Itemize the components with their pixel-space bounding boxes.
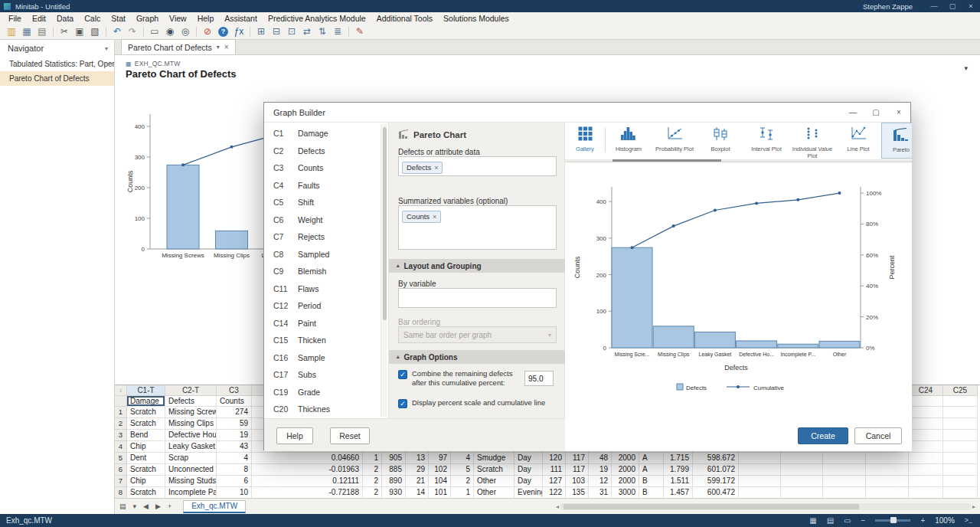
- cancel-command-icon[interactable]: ⊘: [200, 25, 215, 39]
- split-view-icon[interactable]: ⊡: [284, 25, 299, 39]
- cell[interactable]: [866, 453, 909, 464]
- column-c12[interactable]: C12Period: [264, 297, 388, 315]
- column-header-c2-t[interactable]: C2-T: [165, 385, 217, 396]
- scrollbar-thumb[interactable]: [564, 504, 859, 509]
- counts-chip[interactable]: Counts ×: [402, 211, 441, 223]
- menu-calc[interactable]: Calc: [79, 14, 106, 23]
- cell[interactable]: [909, 418, 943, 430]
- column-c17[interactable]: C17Subs: [264, 366, 388, 384]
- cell[interactable]: [781, 453, 823, 464]
- row-number-3[interactable]: 3: [115, 430, 127, 441]
- prev-worksheet-icon[interactable]: ◀: [143, 502, 149, 510]
- defects-chip[interactable]: Defects ×: [402, 162, 443, 174]
- cell[interactable]: [909, 453, 943, 464]
- percent-scale-checkbox[interactable]: ✓: [398, 399, 407, 408]
- cell[interactable]: Day: [514, 464, 543, 476]
- cell[interactable]: Leaky Gasket: [165, 441, 217, 453]
- cell[interactable]: 103: [566, 476, 589, 487]
- cell[interactable]: [943, 430, 978, 441]
- cell[interactable]: 6: [217, 476, 252, 487]
- output-collapse-icon[interactable]: ▾: [964, 64, 968, 72]
- find-next-icon[interactable]: ◎: [178, 25, 193, 39]
- cell[interactable]: [943, 476, 978, 487]
- zoom-slider[interactable]: [875, 519, 910, 522]
- dialog-maximize-button[interactable]: ▢: [864, 108, 887, 116]
- cell[interactable]: 2: [451, 476, 474, 487]
- worksheet-tab-exh-qc[interactable]: Exh_qc.MTW: [183, 500, 246, 513]
- edit-last-dialog-icon[interactable]: ✎: [352, 25, 368, 39]
- cell[interactable]: 2: [363, 464, 382, 476]
- navigator-item-pareto-chart-of-defects[interactable]: Pareto Chart of Defects: [0, 71, 114, 86]
- worksheet-menu-icon[interactable]: ▤: [119, 502, 126, 510]
- row-number-4[interactable]: 4: [115, 441, 127, 453]
- row-number-1[interactable]: 1: [115, 407, 127, 418]
- cell[interactable]: 905: [382, 453, 406, 464]
- insert-function-icon[interactable]: ƒx: [231, 25, 247, 39]
- zoom-level[interactable]: 100%: [935, 516, 955, 525]
- column-c15[interactable]: C15Thicken: [264, 332, 388, 349]
- tab-pareto-chart-of-defects[interactable]: Pareto Chart of Defects ▾ ×: [121, 39, 236, 54]
- cell[interactable]: [823, 476, 866, 487]
- cell[interactable]: 2: [363, 487, 382, 498]
- cell[interactable]: 2: [363, 476, 382, 487]
- zoom-out-icon[interactable]: −: [861, 516, 866, 525]
- cell[interactable]: 14: [406, 487, 429, 498]
- cell[interactable]: 0.04660: [252, 453, 363, 464]
- cell[interactable]: [781, 487, 823, 498]
- column-c5[interactable]: C5Shift: [264, 194, 388, 211]
- column-c9[interactable]: C9Blemish: [264, 263, 388, 280]
- cell[interactable]: 2000: [612, 476, 639, 487]
- add-worksheet-icon[interactable]: +: [168, 502, 172, 510]
- column-c19[interactable]: C19Grade: [264, 384, 388, 401]
- dialog-close-button[interactable]: ×: [887, 108, 910, 116]
- cell[interactable]: 8: [217, 464, 252, 476]
- cell[interactable]: 12: [589, 476, 612, 487]
- reset-button[interactable]: Reset: [330, 427, 370, 444]
- cell[interactable]: 4: [217, 453, 252, 464]
- cell[interactable]: 1: [451, 487, 474, 498]
- menu-assistant[interactable]: Assistant: [219, 14, 263, 23]
- undo-icon[interactable]: ↶: [109, 25, 125, 39]
- cell[interactable]: [943, 418, 978, 430]
- defects-field[interactable]: Defects ×: [398, 156, 557, 176]
- gallery-item-line-plot[interactable]: Line Plot: [835, 123, 881, 159]
- cell[interactable]: -0.72188: [252, 487, 363, 498]
- zoom-in-icon[interactable]: +: [920, 516, 925, 525]
- layout-grouping-section-header[interactable]: ▴ Layout and Grouping: [389, 259, 566, 273]
- cell[interactable]: Missing Studs: [165, 476, 217, 487]
- cell[interactable]: Scratch: [474, 464, 514, 476]
- menu-file[interactable]: File: [3, 14, 27, 23]
- cell[interactable]: [943, 487, 978, 498]
- redo-icon[interactable]: ↷: [125, 25, 140, 39]
- cell[interactable]: 19: [589, 464, 612, 476]
- cell[interactable]: [866, 476, 909, 487]
- show-worksheets-icon[interactable]: ⊞: [253, 25, 269, 39]
- column-list-scrollbar-thumb[interactable]: [383, 127, 387, 320]
- cell[interactable]: 97: [429, 453, 451, 464]
- window-minimize-button[interactable]: —: [925, 2, 943, 10]
- gallery-item-boxplot[interactable]: Boxplot: [697, 123, 743, 159]
- column-c1[interactable]: C1Damage: [264, 125, 388, 142]
- cell[interactable]: 1.457: [664, 487, 693, 498]
- cell[interactable]: Unconnected Wir: [165, 464, 217, 476]
- cell[interactable]: Scratch: [127, 418, 165, 430]
- navigator-collapse-icon[interactable]: ▾: [105, 45, 108, 52]
- cell[interactable]: [823, 464, 866, 476]
- column-header-c24[interactable]: C24: [909, 385, 943, 396]
- swap-columns-icon[interactable]: ⇄: [299, 25, 315, 39]
- cell[interactable]: B: [639, 487, 664, 498]
- cell[interactable]: [943, 441, 978, 453]
- column-name-cell[interactable]: Damage: [127, 396, 165, 407]
- cell[interactable]: Smudge: [474, 453, 514, 464]
- column-c16[interactable]: C16Sample: [264, 349, 388, 367]
- column-c11[interactable]: C11Flaws: [264, 280, 388, 298]
- cell[interactable]: 43: [217, 441, 252, 453]
- menu-predictive-analytics-module[interactable]: Predictive Analytics Module: [263, 14, 371, 23]
- select-all-corner[interactable]: ↓: [115, 385, 127, 396]
- scroll-right-icon[interactable]: ▸: [972, 503, 975, 510]
- row-number-6[interactable]: 6: [115, 464, 127, 476]
- horizontal-scrollbar[interactable]: ◂ ▸: [556, 502, 975, 511]
- cell[interactable]: 1.799: [664, 464, 693, 476]
- menu-additional-tools[interactable]: Additional Tools: [371, 14, 438, 23]
- cell[interactable]: 111: [543, 464, 566, 476]
